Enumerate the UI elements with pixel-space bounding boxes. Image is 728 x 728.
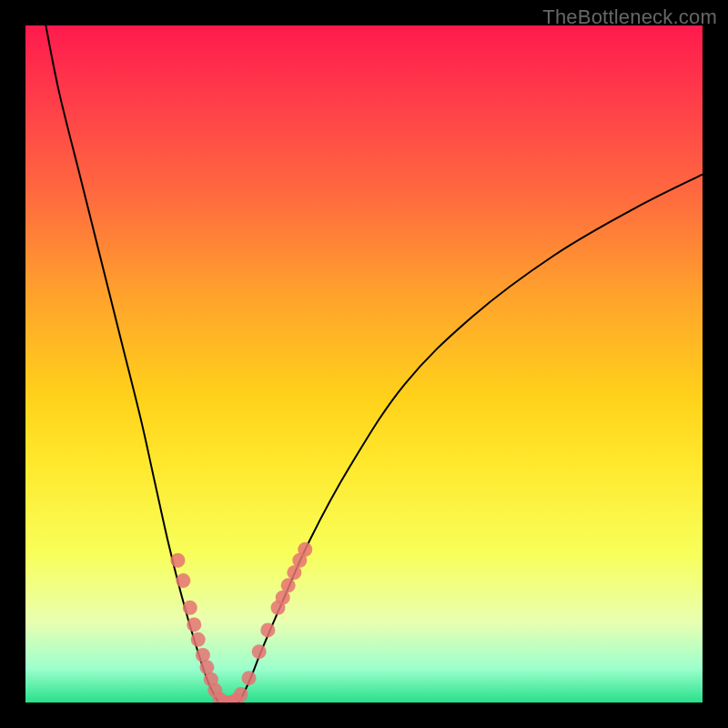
- curve-layer: [46, 25, 703, 703]
- data-dot: [260, 622, 275, 637]
- data-dot: [242, 671, 257, 685]
- plot-area: [25, 25, 703, 703]
- data-dot: [252, 644, 267, 659]
- data-dot: [170, 553, 185, 568]
- dot-layer: [170, 542, 312, 703]
- data-dot: [281, 578, 296, 592]
- data-dot: [234, 687, 248, 702]
- data-dot: [176, 573, 190, 588]
- watermark-text: TheBottleneck.com: [542, 5, 717, 29]
- data-dot: [183, 601, 197, 615]
- series-right-curve: [238, 175, 703, 703]
- data-dot: [298, 542, 312, 557]
- data-dot: [191, 632, 206, 647]
- data-dot: [187, 617, 201, 632]
- chart-svg: [25, 25, 703, 703]
- chart-frame: TheBottleneck.com: [0, 0, 728, 728]
